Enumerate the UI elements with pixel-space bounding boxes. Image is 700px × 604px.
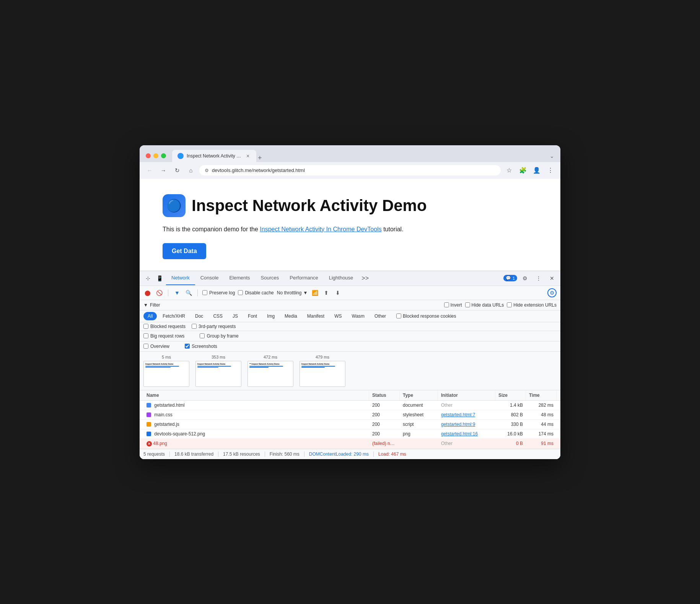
clear-button[interactable]: 🚫 [155, 289, 163, 297]
hide-data-urls-checkbox[interactable] [465, 302, 470, 307]
overview-label[interactable]: Overview [143, 344, 169, 349]
address-bar[interactable]: ⚙ devtools.glitch.me/network/getstarted.… [199, 165, 501, 175]
type-filter-other[interactable]: Other [370, 312, 390, 320]
settings-circle-icon: ⚙ [550, 290, 555, 296]
screenshots-bar: 5 ms Inspect Network Activity Demo 353 m… [140, 352, 560, 390]
tab-console[interactable]: Console [195, 271, 224, 285]
screenshot-2[interactable]: 353 ms Inspect Network Activity Demo [195, 355, 241, 387]
tab-more-button[interactable]: >> [358, 271, 372, 286]
table-row[interactable]: devtools-square-512.png 200 png getstart… [140, 429, 560, 439]
disable-cache-checkbox[interactable] [238, 290, 243, 295]
type-filter-wasm[interactable]: Wasm [348, 312, 369, 320]
disable-cache-text: Disable cache [245, 290, 273, 296]
more-options-icon[interactable]: ⋮ [533, 272, 544, 284]
type-filter-ws[interactable]: WS [330, 312, 346, 320]
row-initiator-3[interactable]: getstarted.html:9 [438, 420, 495, 429]
type-filter-js[interactable]: JS [228, 312, 242, 320]
disable-cache-label[interactable]: Disable cache [238, 290, 273, 296]
hide-data-urls-label[interactable]: Hide data URLs [465, 302, 504, 308]
row-type-1: document [400, 401, 438, 410]
download-button[interactable]: ⬇ [334, 289, 342, 297]
wifi-icon[interactable]: 📶 [311, 289, 319, 297]
tab-sources[interactable]: Sources [256, 271, 285, 285]
network-toolbar: ⬤ 🚫 ▼ 🔍 Preserve log Disable cache No th… [140, 286, 560, 300]
filter-icon[interactable]: ▼ [173, 289, 181, 297]
minimize-button[interactable] [153, 153, 158, 158]
blocked-cookies-label[interactable]: Blocked response cookies [396, 313, 456, 319]
tab-lighthouse[interactable]: Lighthouse [324, 271, 359, 285]
close-button[interactable] [146, 153, 151, 158]
tab-performance[interactable]: Performance [284, 271, 323, 285]
profile-button[interactable]: 👤 [531, 165, 542, 176]
menu-button[interactable]: ⋮ [545, 165, 556, 176]
third-party-text: 3rd-party requests [199, 324, 236, 329]
invert-label[interactable]: Invert [444, 302, 462, 308]
tab-dropdown-button[interactable]: ⌄ [550, 153, 554, 159]
table-row-error[interactable]: ✕ 48.png (failed) net::... Other 0 B 91 … [140, 439, 560, 449]
screenshots-checkbox[interactable] [185, 344, 190, 349]
blocked-cookies-checkbox[interactable] [396, 313, 401, 318]
screenshots-label[interactable]: Screenshots [185, 344, 217, 349]
type-filter-font[interactable]: Font [244, 312, 261, 320]
devtools-inspect-icon[interactable]: ⊹ [143, 272, 153, 284]
devtools-panel: ⊹ 📱 Network Console Elements Sources Per… [140, 271, 560, 459]
tab-network[interactable]: Network [166, 271, 195, 285]
tab-close-button[interactable]: × [245, 153, 251, 159]
forward-button[interactable]: → [158, 165, 169, 176]
chat-badge[interactable]: 💬 1 [503, 275, 517, 281]
throttle-dropdown[interactable]: No throttling ▼ [277, 290, 308, 296]
get-data-button[interactable]: Get Data [163, 243, 206, 259]
overview-checkbox[interactable] [143, 344, 148, 349]
bookmark-button[interactable]: ☆ [504, 165, 514, 176]
third-party-label[interactable]: 3rd-party requests [192, 324, 236, 329]
close-devtools-button[interactable]: ✕ [547, 272, 557, 284]
tab-elements[interactable]: Elements [224, 271, 255, 285]
row-type-4: png [400, 429, 438, 438]
group-by-frame-checkbox[interactable] [200, 333, 205, 338]
tutorial-link[interactable]: Inspect Network Activity In Chrome DevTo… [260, 226, 381, 232]
table-header: Name Status Type Initiator Size Time [140, 390, 560, 401]
extensions-button[interactable]: 🧩 [518, 165, 528, 176]
stop-recording-button[interactable]: ⬤ [143, 289, 152, 297]
hide-extension-urls-label[interactable]: Hide extension URLs [507, 302, 557, 308]
row-initiator-2[interactable]: getstarted.html:7 [438, 410, 495, 419]
screenshot-3[interactable]: 472 ms ** Inspect Network Activity Demo [247, 355, 293, 387]
type-filter-manifest[interactable]: Manifest [303, 312, 329, 320]
browser-toolbar: ← → ↻ ⌂ ⚙ devtools.glitch.me/network/get… [140, 162, 560, 179]
settings-circle-button[interactable]: ⚙ [547, 288, 557, 297]
type-filter-css[interactable]: CSS [209, 312, 227, 320]
table-row[interactable]: getstarted.html 200 document Other 1.4 k… [140, 401, 560, 410]
type-filter-media[interactable]: Media [280, 312, 301, 320]
search-button[interactable]: 🔍 [184, 289, 193, 297]
reload-button[interactable]: ↻ [172, 165, 182, 176]
row-size-3: 330 B [495, 420, 526, 429]
type-filter-all[interactable]: All [143, 312, 157, 320]
back-button[interactable]: ← [144, 165, 155, 176]
blocked-requests-checkbox[interactable] [143, 324, 148, 329]
preserve-log-checkbox[interactable] [202, 290, 207, 295]
active-tab[interactable]: 🌐 Inspect Network Activity Dem × [172, 150, 256, 162]
devtools-device-icon[interactable]: 📱 [153, 272, 166, 284]
third-party-checkbox[interactable] [192, 324, 197, 329]
big-request-rows-checkbox[interactable] [143, 333, 148, 338]
hide-extension-urls-checkbox[interactable] [507, 302, 512, 307]
group-by-frame-label[interactable]: Group by frame [200, 333, 238, 339]
screenshot-4[interactable]: 479 ms Inspect Network Activity Demo [300, 355, 345, 387]
screenshot-1[interactable]: 5 ms Inspect Network Activity Demo [143, 355, 189, 387]
invert-checkbox[interactable] [444, 302, 449, 307]
new-tab-button[interactable]: + [258, 154, 262, 162]
home-button[interactable]: ⌂ [186, 165, 196, 176]
row-initiator-4[interactable]: getstarted.html:16 [438, 429, 495, 438]
upload-button[interactable]: ⬆ [322, 289, 330, 297]
big-request-rows-label[interactable]: Big request rows [143, 333, 184, 339]
blocked-requests-label[interactable]: Blocked requests [143, 324, 186, 329]
maximize-button[interactable] [161, 153, 166, 158]
table-row[interactable]: main.css 200 stylesheet getstarted.html:… [140, 410, 560, 420]
type-filter-fetch-xhr[interactable]: Fetch/XHR [158, 312, 189, 320]
settings-icon[interactable]: ⚙ [519, 272, 531, 284]
preserve-log-text: Preserve log [209, 290, 235, 296]
table-row[interactable]: getstarted.js 200 script getstarted.html… [140, 420, 560, 429]
type-filter-doc[interactable]: Doc [191, 312, 207, 320]
type-filter-img[interactable]: Img [263, 312, 279, 320]
preserve-log-label[interactable]: Preserve log [202, 290, 235, 296]
